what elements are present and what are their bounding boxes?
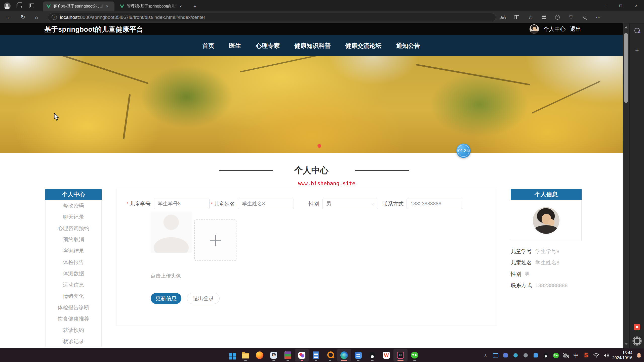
header-logout-link[interactable]: 退出: [570, 25, 581, 33]
phone-input[interactable]: [407, 199, 462, 209]
sidebar-item[interactable]: 就诊预约: [46, 324, 101, 336]
sidebar-item[interactable]: 聊天记录: [46, 211, 101, 222]
wps-icon: W: [383, 352, 390, 359]
header-user-center-link[interactable]: 个人中心: [543, 25, 566, 33]
workspaces-button[interactable]: [15, 2, 23, 10]
info-value: 13823888888: [535, 282, 568, 288]
sidebar-item[interactable]: 心理咨询预约: [46, 222, 101, 234]
maximize-button[interactable]: □: [613, 0, 628, 11]
tab-close-icon[interactable]: ×: [178, 4, 184, 10]
nav-link[interactable]: 心理专家: [256, 42, 280, 50]
student-no-input[interactable]: [154, 199, 210, 209]
sidebar-item[interactable]: 情绪变化: [46, 290, 101, 302]
recording-timer-bubble[interactable]: 01:34: [456, 144, 471, 158]
notification-bell-icon[interactable]: [634, 350, 644, 360]
taskbar-explorer-button[interactable]: [238, 349, 253, 361]
sidebar-item[interactable]: 就诊记录: [46, 336, 101, 347]
tray-display-icon[interactable]: [491, 350, 501, 360]
home-button[interactable]: ⌂: [32, 13, 41, 21]
taskbar-notes-button[interactable]: [309, 349, 323, 361]
address-bar[interactable]: i localhost:8080/springboot35l867i9/fron…: [48, 13, 496, 21]
sidebar-item[interactable]: 运动信息: [46, 279, 101, 290]
back-button[interactable]: ←: [5, 13, 13, 21]
info-row: 性别 男: [511, 268, 582, 280]
taskbar-clock[interactable]: 15:44 2024/10/16: [612, 350, 632, 360]
browser-essentials-icon[interactable]: ♡: [567, 13, 576, 21]
required-marker: *: [127, 201, 129, 207]
gender-select[interactable]: 男: [322, 199, 378, 209]
sidebar-item[interactable]: 体检报告诊断: [46, 302, 101, 313]
volume-icon[interactable]: [601, 350, 611, 360]
tray-icon-2[interactable]: [511, 350, 521, 360]
sidebar-item[interactable]: 修改密码: [46, 200, 101, 211]
translate-icon[interactable]: aA: [499, 13, 508, 21]
nav-link[interactable]: 健康交流论坛: [345, 42, 382, 50]
carousel-dot[interactable]: [317, 144, 321, 148]
tray-icon-1[interactable]: [501, 350, 511, 360]
taskbar-photos-button[interactable]: [267, 349, 281, 361]
minimize-button[interactable]: –: [597, 0, 613, 11]
history-icon[interactable]: [553, 13, 562, 21]
sidebar-item[interactable]: 预约取消: [46, 234, 101, 245]
settings-menu-icon[interactable]: ···: [594, 13, 603, 21]
user-avatar[interactable]: [530, 24, 539, 34]
ime-indicator[interactable]: 中: [571, 350, 581, 360]
circles-app-icon: [298, 352, 305, 359]
tray-wechat-icon[interactable]: [551, 350, 561, 360]
taskbar-idea-button[interactable]: IJ: [393, 349, 408, 361]
sidebar-settings-button[interactable]: [632, 336, 642, 346]
page-scrollbar[interactable]: [623, 23, 629, 348]
split-screen-icon[interactable]: [512, 13, 521, 21]
favorites-star-icon[interactable]: ☆: [526, 13, 535, 21]
sidebar-search-button[interactable]: [632, 26, 642, 35]
scrollbar-thumb[interactable]: [624, 33, 628, 103]
student-name-input[interactable]: [238, 199, 294, 209]
taskbar-firefox-button[interactable]: [253, 349, 267, 361]
tray-qq-icon[interactable]: [541, 350, 551, 360]
browser-profile-button[interactable]: [3, 2, 11, 10]
nav-link[interactable]: 健康知识科普: [295, 42, 331, 50]
tray-icon-3[interactable]: [521, 350, 531, 360]
hidden-icons-button[interactable]: ∧: [480, 350, 491, 360]
taskbar-wechat-button[interactable]: [408, 349, 422, 361]
nav-link[interactable]: 通知公告: [396, 42, 420, 50]
sidebar-item[interactable]: 体测数据: [46, 268, 101, 279]
nav-link[interactable]: 首页: [203, 42, 215, 50]
taskbar-everything-button[interactable]: [323, 349, 337, 361]
info-panel-header: 个人信息: [511, 189, 582, 200]
vertical-tabs-button[interactable]: [28, 2, 36, 10]
close-window-button[interactable]: ×: [628, 0, 644, 11]
taskbar-qq-button[interactable]: [365, 349, 379, 361]
avatar-upload-box[interactable]: [194, 219, 236, 261]
sidebar-item[interactable]: 体检报告: [46, 256, 101, 268]
tab-close-icon[interactable]: ×: [104, 4, 110, 10]
scroll-up-arrow[interactable]: [624, 26, 628, 28]
taskbar-start-button[interactable]: [224, 349, 238, 361]
tray-icon-4[interactable]: [531, 350, 541, 360]
site-header: 基于springboot的儿童健康平台 个人中心 退出: [0, 23, 623, 35]
sidebar-add-button[interactable]: +: [632, 45, 642, 55]
sidebar-item[interactable]: 咨询结果: [46, 245, 101, 256]
tab-client[interactable]: 客户端-基于springboot的儿童健 ×: [43, 2, 114, 11]
tab-admin[interactable]: 管理端-基于springboot的儿童健 ×: [116, 2, 188, 11]
taskbar-edge-button[interactable]: [337, 349, 351, 361]
tray-onedrive-icon[interactable]: [561, 350, 571, 360]
site-watermark-link[interactable]: www.bishebang.site: [298, 180, 353, 187]
taskbar-todo-button[interactable]: [351, 349, 365, 361]
password-icon[interactable]: [580, 13, 589, 21]
new-tab-button[interactable]: +: [191, 3, 199, 10]
wifi-icon[interactable]: [591, 350, 601, 360]
nav-link[interactable]: 医生: [229, 42, 241, 50]
taskbar-360-button[interactable]: [295, 349, 309, 361]
taskbar-winrar-button[interactable]: [281, 349, 295, 361]
collections-icon[interactable]: [539, 13, 548, 21]
sidebar-item[interactable]: 饮食健康推荐: [46, 313, 101, 324]
scroll-down-arrow[interactable]: [624, 343, 628, 345]
sidebar-tool-button[interactable]: [632, 322, 642, 332]
site-info-icon[interactable]: i: [52, 15, 57, 20]
taskbar-wps-button[interactable]: W: [379, 349, 393, 361]
logout-button[interactable]: 退出登录: [187, 293, 220, 304]
refresh-button[interactable]: ↻: [19, 13, 27, 21]
tray-sougou-icon[interactable]: S: [581, 350, 591, 360]
update-info-button[interactable]: 更新信息: [151, 293, 181, 304]
